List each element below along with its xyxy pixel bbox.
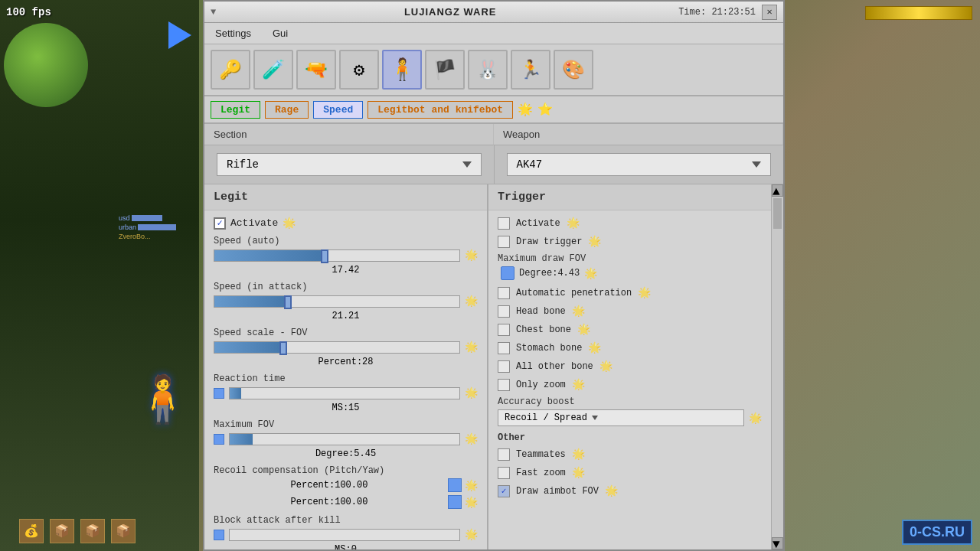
- max-fov-label: Maximum FOV: [214, 419, 478, 430]
- boost-star[interactable]: 🌟: [749, 412, 762, 425]
- recoil-pitch-star[interactable]: 🌟: [465, 479, 478, 492]
- scroll-down-btn[interactable]: ▼: [772, 537, 783, 549]
- close-icon: ✕: [766, 6, 772, 18]
- chest-bone-star[interactable]: 🌟: [577, 323, 590, 336]
- teammates-checkbox[interactable]: [498, 448, 510, 461]
- draw-aimbot-row: Draw aimbot FOV 🌟: [498, 484, 762, 497]
- reaction-slider[interactable]: [229, 387, 460, 399]
- tab-legitbot[interactable]: Legitbot and knifebot: [368, 101, 513, 119]
- title-bar: ▼ LUJIANGZ WARE Time: 21:23:51 ✕: [204, 2, 783, 23]
- all-other-bone-checkbox[interactable]: [498, 360, 510, 373]
- toolbar-icon-rabbit[interactable]: 🐰: [468, 50, 508, 90]
- stomach-bone-checkbox[interactable]: [498, 342, 510, 354]
- chest-bone-checkbox[interactable]: [498, 324, 510, 336]
- trigger-activate-row: Activate 🌟: [498, 217, 762, 230]
- main-window: ▼ LUJIANGZ WARE Time: 21:23:51 ✕ Setting…: [203, 0, 785, 551]
- auto-penetration-checkbox[interactable]: [498, 287, 510, 299]
- speed-fov-value: Percent:28: [214, 357, 478, 367]
- only-zoom-checkbox[interactable]: [498, 379, 510, 391]
- block-attack-slider[interactable]: [229, 529, 460, 541]
- only-zoom-row: Only zoom 🌟: [498, 378, 762, 391]
- toolbar-icon-gun[interactable]: 🔫: [296, 50, 336, 90]
- only-zoom-star[interactable]: 🌟: [572, 378, 585, 391]
- trigger-activate-label: Activate: [516, 218, 560, 229]
- trigger-activate-star[interactable]: 🌟: [567, 217, 580, 230]
- draw-trigger-star[interactable]: 🌟: [588, 235, 601, 248]
- recoil-pitch-value: Percent:100.00: [214, 480, 445, 491]
- toolbar-icon-flask[interactable]: 🧪: [253, 50, 293, 90]
- tab-icon-1[interactable]: 🌟: [518, 102, 533, 117]
- head-bone-checkbox[interactable]: [498, 305, 510, 318]
- legit-activate-star[interactable]: 🌟: [283, 217, 296, 230]
- degree-star[interactable]: 🌟: [584, 267, 597, 280]
- bottom-icon-3: 📦: [80, 519, 105, 543]
- draw-aimbot-checkbox[interactable]: [498, 485, 510, 497]
- tab-speed[interactable]: Speed: [313, 101, 363, 119]
- toolbar-icon-key[interactable]: 🔑: [211, 50, 250, 90]
- menu-gui[interactable]: Gui: [268, 26, 292, 41]
- draw-trigger-checkbox[interactable]: [498, 236, 510, 248]
- scroll-track[interactable]: [772, 197, 783, 537]
- auto-penetration-star[interactable]: 🌟: [638, 286, 651, 299]
- max-draw-fov-row: Maximum draw FOV Degree:4.43 🌟: [498, 253, 762, 280]
- window-title: LUJIANGZ WARE: [222, 6, 678, 18]
- speed-attack-slider[interactable]: [214, 295, 460, 308]
- block-attack-slider-container: 🌟: [214, 528, 478, 541]
- legit-activate-checkbox[interactable]: [214, 217, 226, 230]
- tab-legit[interactable]: Legit: [211, 101, 260, 119]
- speed-auto-thumb[interactable]: [321, 249, 328, 263]
- accuracy-boost-header: Accuracy boost: [498, 396, 762, 407]
- all-other-bone-star[interactable]: 🌟: [599, 360, 612, 373]
- menu-settings[interactable]: Settings: [211, 26, 256, 41]
- close-button[interactable]: ✕: [762, 5, 777, 20]
- max-fov-row: Maximum FOV 🌟 Degree:5.45: [214, 419, 478, 459]
- recoil-pitch-btn[interactable]: [448, 478, 462, 492]
- speed-attack-thumb[interactable]: [284, 295, 292, 309]
- speed-attack-row: Speed (in attack) 🌟 21.21: [214, 282, 478, 321]
- toolbar-icon-runner[interactable]: 🏃: [511, 50, 550, 90]
- toolbar-icon-gear[interactable]: ⚙️: [339, 50, 379, 90]
- weapon-dropdown-wrapper: AK47: [495, 145, 784, 184]
- section-dropdown[interactable]: Rifle: [217, 153, 482, 176]
- speed-auto-slider[interactable]: [214, 249, 460, 262]
- speed-attack-star[interactable]: 🌟: [465, 295, 478, 308]
- block-attack-btn[interactable]: [214, 530, 224, 540]
- max-fov-btn[interactable]: [214, 434, 224, 445]
- max-fov-slider[interactable]: [229, 433, 460, 445]
- recoil-yaw-value: Percent:100.00: [214, 497, 445, 507]
- reaction-star[interactable]: 🌟: [465, 386, 478, 399]
- recoil-yaw-btn[interactable]: [448, 495, 462, 509]
- degree-row: Degree:4.43 🌟: [498, 266, 762, 280]
- bottom-icon-2: 📦: [50, 519, 74, 543]
- stomach-bone-star[interactable]: 🌟: [588, 341, 601, 354]
- fast-zoom-star[interactable]: 🌟: [572, 466, 585, 479]
- boost-dropdown[interactable]: Recoil / Spread: [498, 409, 744, 426]
- teammates-star[interactable]: 🌟: [572, 448, 585, 461]
- scrollbar[interactable]: ▲ ▼: [771, 184, 783, 549]
- draw-aimbot-star[interactable]: 🌟: [605, 484, 618, 497]
- speed-fov-star[interactable]: 🌟: [465, 341, 478, 354]
- max-fov-star[interactable]: 🌟: [465, 432, 478, 445]
- block-attack-star[interactable]: 🌟: [465, 528, 478, 541]
- speed-fov-slider[interactable]: [214, 341, 460, 354]
- reaction-btn[interactable]: [214, 388, 224, 399]
- head-bone-star[interactable]: 🌟: [572, 305, 585, 318]
- tab-rage[interactable]: Rage: [265, 101, 309, 119]
- tab-icon-2[interactable]: ⭐: [537, 102, 553, 117]
- trigger-activate-checkbox[interactable]: [498, 217, 510, 230]
- speed-fov-thumb[interactable]: [279, 341, 287, 355]
- reaction-fill: [230, 388, 241, 399]
- recoil-yaw-star[interactable]: 🌟: [465, 496, 478, 509]
- speed-auto-star[interactable]: 🌟: [465, 249, 478, 262]
- fast-zoom-checkbox[interactable]: [498, 467, 510, 479]
- icon-toolbar: 🔑 🧪 🔫 ⚙️ 🧍 🏴 🐰 🏃 🎨: [204, 44, 783, 96]
- fps-counter: 100 fps: [6, 6, 51, 18]
- toolbar-icon-person[interactable]: 🧍: [382, 50, 422, 90]
- weapon-dropdown[interactable]: AK47: [507, 153, 772, 176]
- toolbar-icon-palette[interactable]: 🎨: [554, 50, 593, 90]
- bar-urban: [138, 224, 176, 230]
- toolbar-icon-flag[interactable]: 🏴: [425, 50, 465, 90]
- scroll-up-btn[interactable]: ▲: [772, 184, 783, 197]
- scroll-thumb[interactable]: [773, 198, 782, 229]
- arrow-indicator: [168, 21, 191, 49]
